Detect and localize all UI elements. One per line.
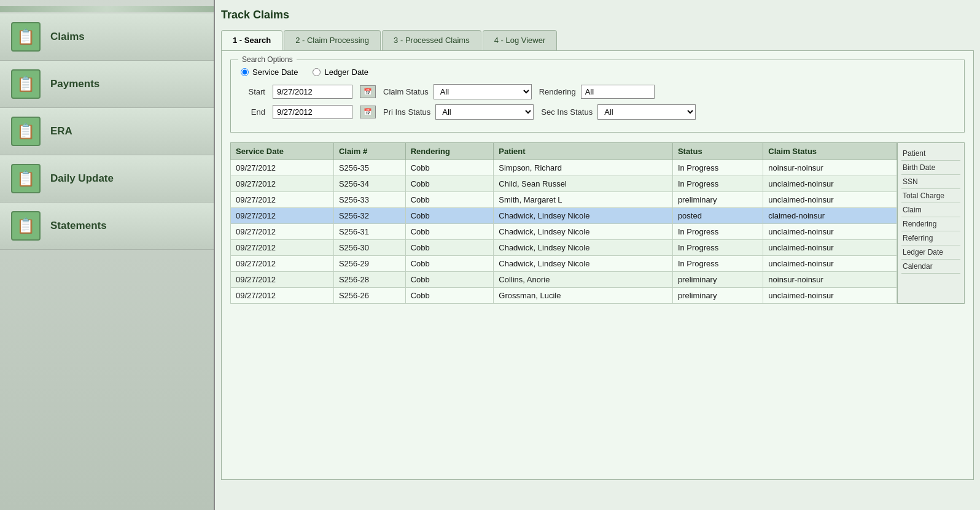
end-label: End [241,107,265,117]
detail-field-rendering: Rendering [901,217,960,231]
claim-status-group: Claim Status All [383,84,532,99]
ledger-date-radio-label[interactable]: Ledger Date [313,68,368,77]
end-calendar-button[interactable]: 📅 [360,106,376,118]
col-header-rendering: Rendering [405,143,494,160]
cell-claim_status: noinsur-noinsur [763,272,897,288]
start-date-input[interactable] [273,85,352,99]
cell-claim_num: S256-29 [333,256,405,272]
service-date-label: Service Date [252,68,298,77]
cell-claim_num: S256-26 [333,288,405,304]
tabs-bar: 1 - Search2 - Claim Processing3 - Proces… [221,30,974,50]
table-row[interactable]: 09/27/2012S256-28CobbCollins, Anorieprel… [231,272,897,288]
col-header-claim-status: Claim Status [763,143,897,160]
daily-update-icon: 📋 [11,164,41,193]
end-date-input[interactable] [273,105,352,119]
tab-processed-claims[interactable]: 3 - Processed Claims [382,30,481,50]
sec-ins-select[interactable]: All [597,104,696,120]
cell-claim_num: S256-33 [333,192,405,208]
cell-status: In Progress [672,224,763,240]
table-row[interactable]: 09/27/2012S256-35CobbSimpson, RichardIn … [231,160,897,176]
cell-patient: Chadwick, Lindsey Nicole [494,224,673,240]
detail-sidebar: PatientBirth DateSSNTotal ChargeClaimRen… [897,142,965,304]
claim-status-select[interactable]: All [434,84,532,99]
cell-service_date: 09/27/2012 [231,288,334,304]
ledger-date-radio[interactable] [313,68,321,76]
pri-ins-group: Pri Ins Status All [383,104,534,120]
payments-icon: 📋 [11,69,41,99]
rendering-group: Rendering [539,85,655,99]
sidebar-item-daily-update[interactable]: 📋 Daily Update [0,155,214,203]
cell-status: preliminary [672,272,763,288]
cell-claim_num: S256-30 [333,240,405,256]
sidebar-label-payments: Payments [50,78,99,90]
cell-rendering: Cobb [405,272,494,288]
table-row[interactable]: 09/27/2012S256-31CobbChadwick, Lindsey N… [231,224,897,240]
cell-service_date: 09/27/2012 [231,224,334,240]
service-date-radio-label[interactable]: Service Date [241,68,298,77]
era-icon: 📋 [11,117,41,146]
col-header-claim-#: Claim # [333,143,405,160]
cell-patient: Grossman, Lucile [494,288,673,304]
sidebar-label-claims: Claims [50,31,85,43]
sec-ins-group: Sec Ins Status All [541,104,696,120]
cell-status: posted [672,208,763,224]
cell-claim_status: unclaimed-noinsur [763,224,897,240]
rendering-input[interactable] [581,85,655,99]
cell-claim_num: S256-35 [333,160,405,176]
cell-claim_status: unclaimed-noinsur [763,192,897,208]
cell-patient: Simpson, Richard [494,160,673,176]
table-row[interactable]: 09/27/2012S256-26CobbGrossman, Lucilepre… [231,288,897,304]
cell-service_date: 09/27/2012 [231,160,334,176]
detail-field-ssn: SSN [901,175,960,189]
service-date-radio[interactable] [241,68,249,76]
col-header-service-date: Service Date [231,143,334,160]
claims-table-wrapper: Service DateClaim #RenderingPatientStatu… [230,142,965,304]
table-row[interactable]: 09/27/2012S256-29CobbChadwick, Lindsey N… [231,256,897,272]
top-bar [0,6,214,12]
cell-claim_status: noinsur-noinsur [763,160,897,176]
detail-field-patient: Patient [901,147,960,161]
table-row[interactable]: 09/27/2012S256-30CobbChadwick, Lindsey N… [231,240,897,256]
tab-claim-processing[interactable]: 2 - Claim Processing [284,30,381,50]
sidebar-item-claims[interactable]: 📋 Claims [0,14,214,61]
search-options-box: Search Options Service Date Ledger Date … [230,60,965,133]
table-row[interactable]: 09/27/2012S256-34CobbChild, Sean RusselI… [231,176,897,192]
cell-patient: Chadwick, Lindsey Nicole [494,256,673,272]
statements-icon: 📋 [11,211,41,241]
cell-claim_status: unclaimed-noinsur [763,176,897,192]
sidebar: 📋 Claims 📋 Payments 📋 ERA 📋 Daily Update… [0,0,215,510]
cell-service_date: 09/27/2012 [231,176,334,192]
start-calendar-button[interactable]: 📅 [360,85,376,98]
end-row: End 📅 Pri Ins Status All Sec Ins Status … [241,104,954,120]
sidebar-label-statements: Statements [50,220,107,232]
rendering-label: Rendering [539,87,576,96]
start-label: Start [241,87,265,96]
cell-claim_status: unclaimed-noinsur [763,288,897,304]
tab-search[interactable]: 1 - Search [221,30,282,50]
cell-claim_status: claimed-noinsur [763,208,897,224]
table-row[interactable]: 09/27/2012S256-33CobbSmith, Margaret Lpr… [231,192,897,208]
ledger-date-label: Ledger Date [324,68,368,77]
pri-ins-select[interactable]: All [435,104,534,120]
table-row[interactable]: 09/27/2012S256-32CobbChadwick, Lindsey N… [231,208,897,224]
detail-field-birth-date: Birth Date [901,161,960,175]
tab-log-viewer[interactable]: 4 - Log Viewer [483,30,558,50]
cell-rendering: Cobb [405,240,494,256]
cell-claim_num: S256-32 [333,208,405,224]
claims-icon: 📋 [11,22,41,52]
claims-table: Service DateClaim #RenderingPatientStatu… [230,142,897,304]
main-content: Track Claims 1 - Search2 - Claim Process… [215,0,980,510]
sidebar-item-payments[interactable]: 📋 Payments [0,61,214,108]
cell-claim_num: S256-28 [333,272,405,288]
cell-claim_status: unclaimed-noinsur [763,240,897,256]
sidebar-item-statements[interactable]: 📋 Statements [0,203,214,250]
cell-patient: Child, Sean Russel [494,176,673,192]
detail-field-claim: Claim [901,203,960,217]
main-panel: Search Options Service Date Ledger Date … [221,50,974,480]
cell-claim_status: unclaimed-noinsur [763,256,897,272]
detail-field-referring: Referring [901,231,960,245]
detail-field-total-charge: Total Charge [901,189,960,203]
sidebar-item-era[interactable]: 📋 ERA [0,108,214,155]
detail-field-ledger-date: Ledger Date [901,245,960,260]
sidebar-label-era: ERA [50,125,72,137]
